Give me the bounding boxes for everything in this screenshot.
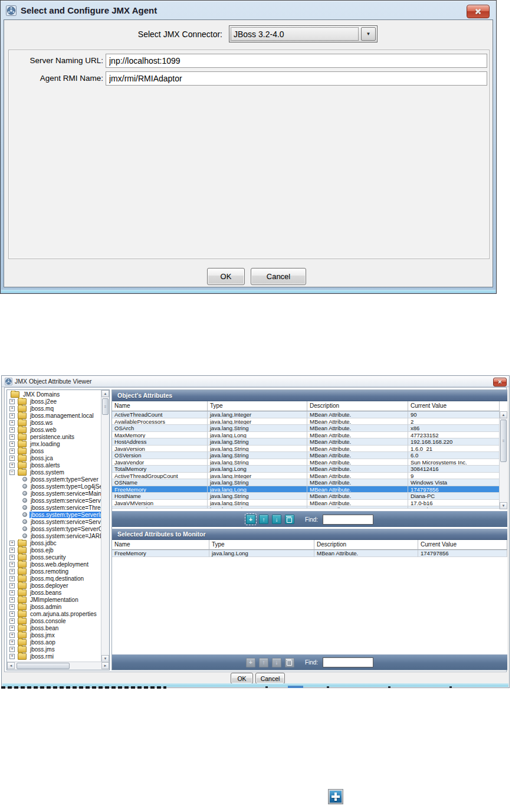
tree-item[interactable]: jboss.system:type=ServerConfi <box>7 525 101 532</box>
tree-item[interactable]: +jboss.jdbc <box>7 539 101 546</box>
tree-item[interactable]: +JMImplementation <box>7 596 101 603</box>
collapse-icon[interactable]: − <box>9 470 15 475</box>
column-header[interactable]: Type <box>209 540 314 550</box>
column-header[interactable]: Type <box>208 401 307 411</box>
tree-item[interactable]: +jboss.ws <box>7 419 101 426</box>
tree-item[interactable]: +jboss.ejb <box>7 546 101 554</box>
tree-item[interactable]: +jboss.mq.destination <box>7 575 101 582</box>
expand-icon[interactable]: + <box>9 406 15 411</box>
move-down-button[interactable]: ↓ <box>272 658 281 667</box>
table-row[interactable]: AvailableProcessorsjava.lang.IntegerMBea… <box>112 418 500 425</box>
tree-item[interactable]: jboss.system:service=ServiceD <box>7 497 101 504</box>
add-attribute-button[interactable]: + <box>246 658 255 667</box>
expand-icon[interactable]: + <box>9 463 15 468</box>
expand-icon[interactable]: + <box>9 647 15 652</box>
tree-item[interactable]: +jboss.beans <box>7 589 101 596</box>
tree-item[interactable]: +jboss.jmx <box>7 631 101 639</box>
tree-item[interactable]: +jboss.j2ee <box>7 398 101 405</box>
tree-item[interactable]: +jboss.security <box>7 554 101 561</box>
expand-icon[interactable]: + <box>9 618 15 624</box>
expand-icon[interactable]: + <box>9 427 15 433</box>
tree-item[interactable]: jboss.system:type=Log4jServic <box>7 483 101 490</box>
delete-attribute-button[interactable] <box>285 515 294 524</box>
find-input[interactable] <box>323 515 373 525</box>
column-header[interactable]: Name <box>112 540 209 550</box>
expand-icon[interactable]: + <box>9 604 15 610</box>
table-row[interactable]: MaxMemoryjava.lang.LongMBean Attribute.4… <box>112 432 500 439</box>
table-row[interactable]: HostNamejava.lang.StringMBean Attribute.… <box>112 493 500 500</box>
expand-icon[interactable]: + <box>9 597 15 603</box>
scrollbar-thumb[interactable]: ≡ <box>102 398 109 415</box>
expand-icon[interactable]: + <box>9 456 15 461</box>
table-row[interactable]: TotalMemoryjava.lang.LongMBean Attribute… <box>112 466 500 473</box>
close-icon[interactable] <box>493 378 507 387</box>
ok-button[interactable]: OK <box>207 268 245 285</box>
scrollbar-thumb[interactable]: ≡ <box>500 420 507 462</box>
expand-icon[interactable]: + <box>9 399 15 404</box>
table-row[interactable]: JavaVersionjava.lang.StringMBean Attribu… <box>112 446 500 453</box>
tree-item[interactable]: +jboss.web <box>7 426 101 433</box>
expand-icon[interactable]: + <box>9 626 15 631</box>
tree-item[interactable]: +jboss <box>7 447 101 454</box>
expand-icon[interactable]: + <box>9 562 15 567</box>
column-header[interactable]: Description <box>307 401 408 411</box>
tree-item[interactable]: jboss.system:service=MainDepl <box>7 490 101 497</box>
expand-icon[interactable]: + <box>9 555 15 560</box>
expand-icon[interactable]: + <box>9 583 15 588</box>
add-attribute-button[interactable]: + <box>246 515 255 524</box>
scroll-left-icon[interactable]: ◄ <box>7 662 15 669</box>
chevron-down-icon[interactable]: ▼ <box>361 27 376 41</box>
table-row[interactable]: OSArchjava.lang.StringMBean Attribute.x8… <box>112 425 500 432</box>
expand-icon[interactable]: + <box>9 548 15 553</box>
table-row[interactable]: JavaVMVersionjava.lang.StringMBean Attri… <box>112 500 500 507</box>
tree-item[interactable]: +jboss.deployer <box>7 582 101 589</box>
close-icon[interactable] <box>467 5 490 18</box>
table-row[interactable]: OSVersionjava.lang.StringMBean Attribute… <box>112 452 500 459</box>
expand-icon[interactable]: + <box>9 640 15 645</box>
tree-item[interactable]: +jboss.bean <box>7 624 101 631</box>
tree-item[interactable]: +jboss.console <box>7 617 101 624</box>
tree-item[interactable]: −jboss.system <box>7 469 101 476</box>
column-header[interactable]: Description <box>314 540 418 550</box>
tree-item[interactable]: +persistence.units <box>7 433 101 440</box>
tree-item[interactable]: +jboss.jms <box>7 646 101 653</box>
tree-item[interactable]: +jboss.management.local <box>7 412 101 419</box>
expand-icon[interactable]: + <box>9 434 15 440</box>
table-row[interactable]: HostAddressjava.lang.StringMBean Attribu… <box>112 438 500 446</box>
attributes-vertical-scrollbar[interactable]: ▲ ≡ ▼ <box>499 411 507 509</box>
tree-item[interactable]: jboss.system:type=Server <box>7 476 101 483</box>
expand-icon[interactable]: + <box>9 441 15 447</box>
tree-item[interactable]: +jboss.web.deployment <box>7 561 101 568</box>
move-down-button[interactable]: ↓ <box>272 515 281 524</box>
expand-icon[interactable]: + <box>9 633 15 638</box>
tree-item[interactable]: +jmx.loading <box>7 440 101 447</box>
agent-dialog-titlebar[interactable]: Select and Configure JMX Agent <box>1 1 495 19</box>
expand-icon[interactable]: + <box>9 569 15 574</box>
delete-attribute-button[interactable] <box>285 658 294 667</box>
scrollbar-thumb[interactable] <box>17 663 70 669</box>
tree-item[interactable]: +com.arjuna.ats.properties <box>7 610 101 617</box>
find-input[interactable] <box>323 657 373 667</box>
agent-rmi-name-field[interactable] <box>106 71 487 86</box>
scroll-up-icon[interactable]: ▲ <box>500 411 507 418</box>
table-row[interactable]: FreeMemoryjava.lang.LongMBean Attribute.… <box>112 550 507 557</box>
tree-item[interactable]: jboss.system:service=ThreadPo <box>7 504 101 511</box>
expand-icon[interactable]: + <box>9 576 15 581</box>
move-up-button[interactable]: ↑ <box>259 658 268 667</box>
table-row[interactable]: ActiveThreadGroupCountjava.lang.IntegerM… <box>112 473 500 480</box>
tree-item[interactable]: +jboss.aop <box>7 639 101 646</box>
expand-icon[interactable]: + <box>9 541 15 546</box>
tree-item[interactable]: +jboss.alerts <box>7 461 101 469</box>
table-row[interactable]: JavaVendorjava.lang.StringMBean Attribut… <box>112 459 500 466</box>
scroll-right-icon[interactable]: ► <box>101 662 109 669</box>
tree-item[interactable]: +jboss.admin <box>7 603 101 610</box>
column-header[interactable]: Current Value <box>418 540 507 550</box>
expand-icon[interactable]: + <box>9 413 15 418</box>
expand-icon[interactable]: + <box>9 420 15 425</box>
tree-item[interactable]: jboss.system:service=ServiceC <box>7 518 101 525</box>
tree-root-item[interactable]: JMX Domains <box>7 391 101 398</box>
column-header[interactable]: Name <box>112 401 208 411</box>
move-up-button[interactable]: ↑ <box>259 515 268 524</box>
expand-icon[interactable]: + <box>9 448 15 454</box>
table-row[interactable]: ActiveThreadCountjava.lang.IntegerMBean … <box>112 411 500 418</box>
